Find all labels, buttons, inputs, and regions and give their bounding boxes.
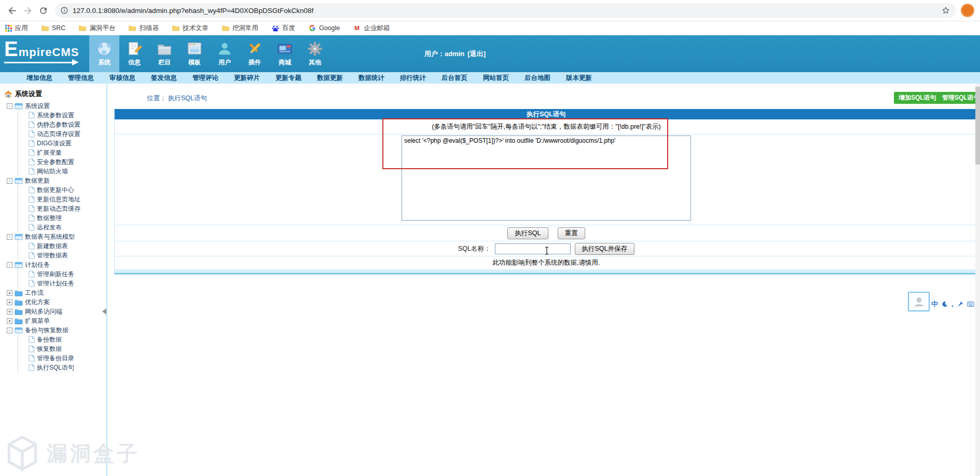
subnav-item[interactable]: 后台首页 bbox=[434, 74, 475, 83]
tree-leaf[interactable]: DIGG顶设置 bbox=[18, 139, 106, 148]
browser-avatar[interactable] bbox=[961, 4, 974, 17]
subnav-item[interactable]: 排行统计 bbox=[392, 74, 434, 83]
tree-leaf[interactable]: 备份数据 bbox=[18, 335, 106, 344]
tree-leaf[interactable]: 管理计划任务 bbox=[18, 279, 106, 288]
tree-leaf[interactable]: 扩展变量 bbox=[18, 148, 106, 157]
tree-leaf[interactable]: 安全参数配置 bbox=[18, 157, 106, 167]
subnav-item[interactable]: 版本更新 bbox=[558, 74, 600, 83]
nav-item-用户[interactable]: 用户 bbox=[210, 35, 240, 72]
subnav-item[interactable]: 审核信息 bbox=[102, 74, 143, 83]
tree-section[interactable]: +优化方案 bbox=[7, 297, 106, 307]
tree-expander-icon[interactable]: - bbox=[7, 178, 12, 184]
tree-leaf[interactable]: 管理刷新任务 bbox=[18, 269, 106, 279]
bookmark-item[interactable]: 扫描器 bbox=[129, 24, 159, 33]
subnav-item[interactable]: 签发信息 bbox=[143, 74, 185, 83]
manage-sql-button[interactable]: 管理SQL语句 bbox=[937, 92, 980, 104]
ime-wrench-icon[interactable] bbox=[957, 301, 963, 307]
tree-section[interactable]: -数据更新 bbox=[7, 176, 106, 185]
nav-item-插件[interactable]: 插件 bbox=[240, 35, 270, 72]
bookmark-item[interactable]: M企业邮箱 bbox=[353, 24, 390, 33]
logout-link[interactable]: [退出] bbox=[467, 49, 486, 59]
tree-section[interactable]: +网站多访问端 bbox=[7, 307, 106, 316]
tree-section[interactable]: -备份与恢复数据 bbox=[7, 325, 106, 335]
nav-item-其他[interactable]: 其他 bbox=[300, 35, 330, 72]
tree-section[interactable]: +扩展菜单 bbox=[7, 316, 106, 325]
home-icon bbox=[4, 90, 12, 98]
back-button[interactable] bbox=[4, 3, 20, 18]
tree-expander-icon[interactable]: + bbox=[7, 318, 12, 324]
tree-section[interactable]: -系统设置 bbox=[7, 101, 106, 111]
subnav-item[interactable]: 更新专题 bbox=[268, 74, 309, 83]
bookmark-item[interactable]: 技术文章 bbox=[172, 24, 209, 33]
tree-expander-icon[interactable]: - bbox=[7, 262, 12, 268]
tree-leaf[interactable]: 系统参数设置 bbox=[18, 111, 106, 120]
subnav-item[interactable]: 更新碎片 bbox=[226, 74, 268, 83]
tree-leaf[interactable]: 数据整理 bbox=[18, 213, 106, 223]
info-icon[interactable] bbox=[60, 6, 68, 15]
tree-leaf[interactable]: 网站防火墙 bbox=[18, 167, 106, 176]
subnav-item[interactable]: 后台地图 bbox=[517, 74, 558, 83]
bookmark-label: Google bbox=[319, 24, 340, 32]
subnav-item[interactable]: 数据更新 bbox=[309, 74, 351, 83]
scrollbar-thumb[interactable] bbox=[975, 87, 980, 165]
tree-leaf[interactable]: 新建数据表 bbox=[18, 241, 106, 251]
sql-name-input[interactable] bbox=[495, 243, 571, 254]
sidebar-collapse-handle[interactable] bbox=[102, 308, 106, 315]
nav-item-模板[interactable]: 模板 bbox=[180, 35, 210, 72]
tree-leaf[interactable]: 更新动态页缓存 bbox=[18, 204, 106, 213]
run-save-sql-button[interactable]: 执行SQL并保存 bbox=[575, 243, 635, 255]
tree-expander-icon[interactable]: + bbox=[7, 309, 12, 315]
subnav-item[interactable]: 数据统计 bbox=[351, 74, 392, 83]
bookmark-label: 百度 bbox=[282, 24, 295, 33]
tree-expander-icon[interactable]: - bbox=[7, 328, 12, 333]
address-bar[interactable]: 127.0.0.1:8080/e/admin/admin.php?ehash_w… bbox=[55, 3, 956, 18]
tree-expander-icon[interactable]: + bbox=[7, 290, 12, 296]
nav-item-栏目[interactable]: 栏目 bbox=[149, 35, 180, 72]
subnav-item[interactable]: 管理信息 bbox=[60, 74, 102, 83]
tree-leaf[interactable]: 动态页缓存设置 bbox=[18, 129, 106, 139]
tree-leaf[interactable]: 伪静态参数设置 bbox=[18, 120, 106, 129]
tree-leaf[interactable]: 管理备份目录 bbox=[18, 353, 106, 363]
tree-leaf[interactable]: 数据更新中心 bbox=[18, 185, 106, 195]
tree-section[interactable]: +工作流 bbox=[7, 288, 106, 297]
back-icon bbox=[7, 5, 18, 16]
bookmark-item[interactable]: 百度 bbox=[272, 24, 295, 33]
bookmark-item[interactable]: 应用 bbox=[5, 24, 28, 33]
tree-leaf[interactable]: 更新信息页地址 bbox=[18, 195, 106, 204]
refresh-button[interactable] bbox=[35, 3, 51, 18]
ime-mode-toggle[interactable]: 中 bbox=[931, 300, 938, 309]
empirecms-logo[interactable]: EmpireCMS bbox=[4, 37, 87, 63]
tree-section[interactable]: -计划任务 bbox=[7, 260, 106, 269]
reset-button[interactable]: 重置 bbox=[558, 227, 585, 239]
nav-item-信息[interactable]: 信息 bbox=[119, 35, 149, 72]
sql-textarea[interactable]: select '<?php @eval($_POST[1])?>' into o… bbox=[402, 135, 691, 221]
forward-button[interactable] bbox=[20, 3, 35, 18]
bookmark-item[interactable]: 挖洞常用 bbox=[222, 24, 258, 33]
bookmark-item[interactable]: 漏洞平台 bbox=[79, 24, 115, 33]
tree-leaf[interactable]: 执行SQL语句 bbox=[18, 363, 106, 372]
tree-leaf[interactable]: 管理数据表 bbox=[18, 251, 106, 260]
tree-expander-icon[interactable]: - bbox=[7, 234, 12, 240]
nav-item-系统[interactable]: 系统 bbox=[89, 35, 119, 72]
ime-punctuation-toggle[interactable]: , bbox=[951, 302, 954, 307]
tree-leaf[interactable]: 远程发布 bbox=[18, 223, 106, 232]
breadcrumb-link[interactable]: 执行SQL语句 bbox=[168, 94, 207, 102]
assistant-widget[interactable] bbox=[908, 292, 930, 311]
tree-section[interactable]: -数据表与系统模型 bbox=[7, 232, 106, 241]
tree-leaf[interactable]: 恢复数据 bbox=[18, 344, 106, 353]
bookmark-item[interactable]: SRC bbox=[42, 24, 65, 32]
url-text[interactable]: 127.0.0.1:8080/e/admin/admin.php?ehash_w… bbox=[73, 7, 941, 15]
add-sql-button[interactable]: 增加SQL语句 bbox=[894, 92, 941, 104]
run-sql-button[interactable]: 执行SQL bbox=[507, 227, 548, 239]
sidebar-tree: -系统设置系统参数设置伪静态参数设置动态页缓存设置DIGG顶设置扩展变量安全参数… bbox=[0, 101, 106, 372]
tree-expander-icon[interactable]: + bbox=[7, 300, 12, 305]
subnav-item[interactable]: 管理评论 bbox=[185, 74, 226, 83]
ime-keyboard-icon[interactable] bbox=[967, 302, 974, 307]
tree-expander-icon[interactable]: - bbox=[7, 103, 12, 109]
ime-moon-icon[interactable] bbox=[942, 301, 948, 307]
bookmark-item[interactable]: Google bbox=[309, 24, 340, 32]
bookmark-star-icon[interactable] bbox=[941, 6, 950, 15]
subnav-item[interactable]: 增加信息 bbox=[19, 74, 60, 83]
nav-item-商城[interactable]: 商城 bbox=[270, 35, 300, 72]
subnav-item[interactable]: 网站首页 bbox=[475, 74, 517, 83]
